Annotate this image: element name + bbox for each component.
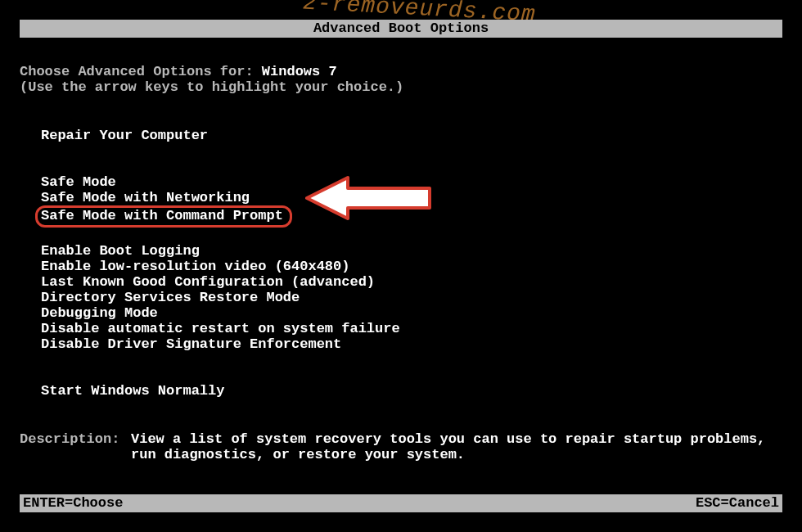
content-area: Choose Advanced Options for: Windows 7 (… bbox=[20, 64, 782, 462]
description-text: View a list of system recovery tools you… bbox=[131, 431, 782, 462]
description-label: Description: bbox=[20, 431, 131, 462]
choose-line: Choose Advanced Options for: Windows 7 bbox=[20, 64, 782, 79]
menu-safe-mode[interactable]: Safe Mode bbox=[41, 174, 116, 190]
description-block: Description: View a list of system recov… bbox=[20, 431, 782, 462]
menu-disable-restart[interactable]: Disable automatic restart on system fail… bbox=[41, 321, 400, 336]
menu-area: Repair Your Computer Safe Mode Safe Mode… bbox=[20, 128, 782, 399]
choose-prefix: Choose Advanced Options for: bbox=[20, 64, 262, 79]
menu-last-known[interactable]: Last Known Good Configuration (advanced) bbox=[41, 274, 375, 290]
os-name: Windows 7 bbox=[262, 64, 337, 79]
menu-repair[interactable]: Repair Your Computer bbox=[41, 128, 208, 143]
footer-enter: ENTER=Choose bbox=[23, 494, 123, 512]
menu-boot-logging[interactable]: Enable Boot Logging bbox=[41, 243, 200, 259]
arrow-annotation-icon bbox=[299, 174, 438, 227]
menu-disable-driver-sig[interactable]: Disable Driver Signature Enforcement bbox=[41, 336, 341, 352]
title-bar: Advanced Boot Options bbox=[20, 20, 782, 38]
hint-line: (Use the arrow keys to highlight your ch… bbox=[20, 79, 782, 95]
footer-bar: ENTER=Choose ESC=Cancel bbox=[20, 494, 782, 512]
menu-dir-services[interactable]: Directory Services Restore Mode bbox=[41, 290, 300, 305]
menu-low-res[interactable]: Enable low-resolution video (640x480) bbox=[41, 259, 349, 274]
menu-start-normal[interactable]: Start Windows Normally bbox=[41, 383, 224, 399]
footer-esc: ESC=Cancel bbox=[696, 494, 779, 512]
menu-safe-mode-cmd[interactable]: Safe Mode with Command Prompt bbox=[35, 205, 292, 228]
menu-debugging[interactable]: Debugging Mode bbox=[41, 305, 158, 321]
menu-safe-mode-networking[interactable]: Safe Mode with Networking bbox=[41, 190, 250, 205]
